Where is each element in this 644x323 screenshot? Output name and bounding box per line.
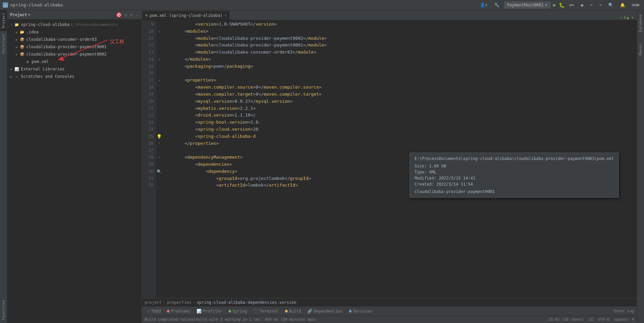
bottom-tab-terminal[interactable]: ⬛ Terminal [250,308,282,315]
tooltip-more-button[interactable]: ⋮ [611,190,616,195]
code-line-21: <mybatis.version>2.2.1< [164,105,637,112]
payment9001-label: cloudalibaba-provider-payment9001 [26,44,106,49]
pom-file-icon: m [25,59,30,64]
tab-pom-close[interactable]: ✕ [224,13,226,17]
dependencies-icon: 🔗 [307,309,312,314]
encoding[interactable]: UTF-8 [598,317,609,322]
file-tooltip: E:\ProcessDocuments\spring-cloud-alibaba… [409,153,619,198]
profile-button[interactable]: 👤▾ [478,2,490,8]
tree-item-external[interactable]: ▶ 📊 External Libraries [7,65,142,73]
problems-icon [167,310,170,313]
breadcrumb-project[interactable]: project [145,300,162,305]
tooltip-created: Created: 2022/3/14 11:54 [415,182,614,187]
right-tab-database[interactable]: Database [637,11,644,35]
redo-button[interactable]: ↷ [597,2,604,8]
far-left-tab-project[interactable]: Project [0,10,7,31]
tree-item-payment9001[interactable]: ▶ 📦 cloudalibaba-provider-payment9001 [7,43,142,51]
tab-pom[interactable]: m pom.xml (spring-cloud-alibaba) ✕ [142,10,230,20]
idea-label: .idea [26,30,38,34]
tree-item-consumer[interactable]: ▶ 📦 cloudalibaba-consumer-order83 [7,36,142,43]
code-line-20: <mysql.version>8.0.27</mysql.version> [164,98,637,105]
gutter-30[interactable]: 🔍 [156,168,162,175]
bottom-tab-profiler[interactable]: 📊 Profiler [194,308,225,315]
root-label: spring-cloud-alibaba [21,22,70,27]
breadcrumb-version[interactable]: spring-cloud-alibaba-dependencies.versio… [196,300,296,305]
notifications[interactable]: 🔔 [618,2,627,8]
run-button[interactable]: ▶ [553,2,557,8]
gutter-28[interactable]: ▾ [156,154,162,161]
gutter-27 [156,147,162,154]
payment9002-module-icon: 📦 [20,52,25,57]
gutter-11 [156,35,162,42]
profiler-label: Profiler [203,309,222,314]
root-arrow: ▾ [9,23,14,27]
gutter-9 [156,21,162,28]
tree-item-payment9002[interactable]: ▶ 📦 cloudalibaba-provider-payment9002 [7,51,142,58]
settings-button[interactable]: 🔧 [492,2,501,8]
tree-item-scratches[interactable]: ▶ ✏ Scratches and Consoles [7,73,142,80]
code-line-22: <druid.version>1.1.10</ [164,112,637,119]
window-controls[interactable]: ⊟⊡⊠ [630,2,641,8]
breadcrumb-bar: project › properties › spring-cloud-alib… [142,298,637,306]
panel-title-dropdown[interactable]: Project ▾ [10,12,30,17]
window-title: spring-cloud-alibaba [10,2,63,7]
gutter-17[interactable]: ▾ [156,77,162,84]
gutter-26[interactable]: ▾ [156,140,162,147]
debug-button[interactable]: 🐛 [559,2,565,8]
code-line-23: <spring-boot.version>2.6. [164,119,637,126]
breadcrumb-properties[interactable]: properties [167,300,191,305]
gutter-31 [156,175,162,182]
code-line-14: </modules> [164,56,637,63]
app-icon: ☁ [3,2,8,8]
line-numbers: 9 10 11 12 13 14 15 16 17 18 19 20 21 22… [142,20,156,298]
coverage-button[interactable]: ◉ [579,2,585,8]
gutter-22 [156,112,162,119]
bottom-tab-dependencies[interactable]: 🔗 Dependencies [305,308,346,315]
bottom-tab-problems[interactable]: Problems [164,308,193,315]
code-line-17: <properties> [164,77,637,84]
code-line-12: <module>cloudalibaba-provider-payment900… [164,42,637,49]
cursor-position[interactable]: 25:62 (10 chars) [548,317,584,322]
gutter-15 [156,63,162,70]
scratches-label: Scratches and Consoles [21,74,74,79]
undo-button[interactable]: ↶ [588,2,595,8]
run-config[interactable]: PaymentMain9001 ▾ [504,2,550,8]
line-ending[interactable]: LE [589,317,593,322]
spring-icon [228,310,231,313]
search-everywhere[interactable]: 🔍 [606,2,615,8]
locate-file-button[interactable]: 🎯 [115,11,122,18]
far-left-tab-favorites[interactable]: Favorites [0,297,7,323]
bottom-tab-build[interactable]: Build [282,308,304,315]
right-tab-maven[interactable]: Maven [637,41,644,58]
code-line-9: <version>1.0-SNAPSHOT</version> [164,21,637,28]
bottom-tab-spring[interactable]: Spring [226,308,250,315]
gutter-10[interactable]: ▾ [156,28,162,35]
terminal-icon: ⬛ [253,309,258,314]
check-expand[interactable]: ▲ ▾ [627,15,634,20]
gutter-23 [156,119,162,126]
run-config-dropdown-icon: ▾ [545,3,547,7]
gutter-14[interactable]: ▾ [156,56,162,63]
panel-minimize-button[interactable]: — [135,11,139,18]
tree-item-root[interactable]: ▾ 📁 spring-cloud-alibaba E:\ProcessDocum… [7,21,142,28]
code-line-19: <maven.compiler.target>8</maven.compiler… [164,91,637,98]
gutter-25[interactable]: 💡 [156,133,162,140]
spring-label: Spring [232,309,247,314]
more-run-options[interactable]: ⚙▾ [567,2,576,8]
far-left-tab-structure[interactable]: Structure [0,31,7,57]
project-panel: Project ▾ 🎯 ⊟ ⚙ — ▾ 📁 spring-cloud-aliba… [7,10,142,323]
todo-label: TODO [151,309,161,314]
bottom-tab-todo[interactable]: ✓ TODO [145,308,164,315]
event-log-label[interactable]: Event Log [614,309,634,313]
root-path: E:\ProcessDocuments\s [71,23,118,27]
bottom-tab-services[interactable]: Services [346,308,375,315]
collapse-all-button[interactable]: ⊟ [124,11,128,18]
terminal-label: Terminal [259,309,279,314]
main-content: Project Structure Favorites Project ▾ 🎯 … [0,10,644,323]
tree-item-idea[interactable]: ▶ 📂 .idea [7,28,142,36]
panel-actions: 🎯 ⊟ ⚙ — [115,11,139,18]
tooltip-path: E:\ProcessDocuments\spring-cloud-alibaba… [415,156,614,161]
tree-item-pom[interactable]: m pom.xml [7,58,142,65]
panel-settings-button[interactable]: ⚙ [129,11,133,18]
services-label: Services [353,309,372,314]
